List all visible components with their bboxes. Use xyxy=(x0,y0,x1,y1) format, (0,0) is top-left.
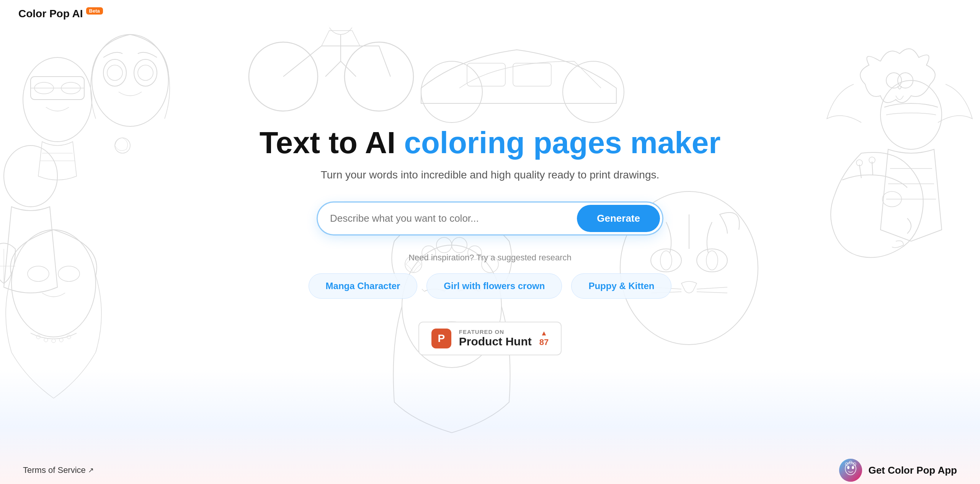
app-avatar xyxy=(839,459,862,482)
product-hunt-name: Product Hunt xyxy=(459,335,532,348)
product-hunt-icon: P xyxy=(431,329,451,348)
hero-subtitle: Turn your words into incredible and high… xyxy=(321,169,660,181)
tos-text: Terms of Service xyxy=(23,465,86,475)
upvote-count: 87 xyxy=(539,337,549,347)
external-link-icon: ↗ xyxy=(88,466,94,474)
product-hunt-badge[interactable]: P FEATURED ON Product Hunt ▲ 87 xyxy=(418,322,562,355)
product-hunt-upvote: ▲ 87 xyxy=(539,329,549,347)
search-wrapper: Generate xyxy=(318,203,662,234)
product-hunt-text: FEATURED ON Product Hunt xyxy=(459,329,532,348)
search-input[interactable] xyxy=(330,207,577,230)
svg-point-64 xyxy=(847,466,849,469)
get-app-button[interactable]: Get Color Pop App xyxy=(839,459,957,482)
header: Color Pop AI Beta xyxy=(0,0,980,28)
main-content: Text to AI coloring pages maker Turn you… xyxy=(0,28,980,484)
suggestion-chips: Manga Character Girl with flowers crown … xyxy=(309,273,672,299)
product-hunt-featured-label: FEATURED ON xyxy=(459,329,532,335)
logo-text: Color Pop AI xyxy=(18,8,83,20)
hero-title-colored: coloring pages maker xyxy=(404,126,720,160)
beta-badge: Beta xyxy=(86,7,103,15)
hero-title: Text to AI coloring pages maker xyxy=(260,126,721,160)
chip-girl-flowers[interactable]: Girl with flowers crown xyxy=(426,273,562,299)
logo: Color Pop AI Beta xyxy=(18,8,103,20)
svg-point-65 xyxy=(852,466,854,469)
search-container: Generate xyxy=(318,203,662,234)
generate-button[interactable]: Generate xyxy=(577,205,660,232)
upvote-arrow-icon: ▲ xyxy=(541,329,547,337)
get-app-text: Get Color Pop App xyxy=(868,464,957,476)
hero-title-text: Text to AI xyxy=(260,126,404,160)
chip-puppy-kitten[interactable]: Puppy & Kitten xyxy=(571,273,671,299)
inspiration-text: Need inspiration? Try a suggested resear… xyxy=(408,253,572,263)
svg-point-62 xyxy=(839,459,862,482)
chip-manga[interactable]: Manga Character xyxy=(309,273,418,299)
terms-of-service-link[interactable]: Terms of Service ↗ xyxy=(23,465,94,475)
footer: Terms of Service ↗ xyxy=(0,456,980,484)
